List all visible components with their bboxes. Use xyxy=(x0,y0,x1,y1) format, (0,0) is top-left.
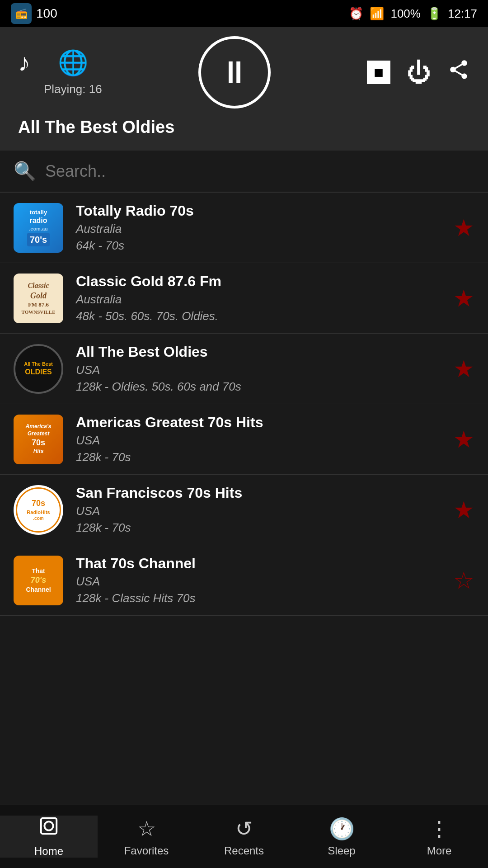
nav-home[interactable]: Home xyxy=(0,816,98,858)
share-icon[interactable] xyxy=(447,58,470,86)
status-number: 100 xyxy=(36,6,57,21)
status-right: ⏰ 📶 100% 🔋 12:17 xyxy=(349,7,477,21)
station-name: All The Best Oldies xyxy=(76,344,444,360)
recents-icon: ↺ xyxy=(235,816,253,841)
favorite-star[interactable]: ★ xyxy=(453,285,474,312)
main-content: ♪ 🌐 Playing: 16 ⏸ ■ ⏻ xyxy=(0,27,488,805)
sleep-icon: 🕐 xyxy=(329,816,355,841)
nav-home-label: Home xyxy=(34,845,63,858)
status-bar: 📻 100 ⏰ 📶 100% 🔋 12:17 xyxy=(0,0,488,27)
station-name: San Franciscos 70s Hits xyxy=(76,485,444,501)
globe-icon[interactable]: 🌐 xyxy=(58,48,88,77)
nav-recents-label: Recents xyxy=(224,844,264,857)
bottom-navigation: Home ☆ Favorites ↺ Recents 🕐 Sleep ⋮ Mor… xyxy=(0,805,488,868)
power-icon[interactable]: ⏻ xyxy=(407,58,431,86)
nav-sleep[interactable]: 🕐 Sleep xyxy=(293,816,390,857)
nav-recents[interactable]: ↺ Recents xyxy=(195,816,293,857)
station-country: USA xyxy=(76,575,444,589)
station-info: Classic Gold 87.6 Fm Australia 48k - 50s… xyxy=(76,273,444,323)
music-info: ♪ xyxy=(18,48,30,76)
nav-favorites-label: Favorites xyxy=(124,844,169,857)
svg-rect-0 xyxy=(41,818,57,834)
favorites-icon: ☆ xyxy=(137,816,156,841)
station-logo: 70s RadioHits .com xyxy=(14,485,63,535)
station-info: That 70s Channel USA 128k - Classic Hits… xyxy=(76,555,444,605)
station-country: USA xyxy=(76,434,444,448)
station-name: Classic Gold 87.6 Fm xyxy=(76,273,444,290)
favorite-star[interactable]: ★ xyxy=(453,355,474,382)
station-info: All The Best Oldies USA 128k - Oldies. 5… xyxy=(76,344,444,394)
nav-more[interactable]: ⋮ More xyxy=(390,816,488,857)
search-input[interactable] xyxy=(45,162,474,181)
favorite-star[interactable]: ★ xyxy=(453,496,474,524)
station-meta: 128k - 70s xyxy=(76,521,444,535)
station-country: Australia xyxy=(76,292,444,307)
station-country: Australia xyxy=(76,222,444,236)
nav-more-label: More xyxy=(427,844,452,857)
app-icon: 📻 xyxy=(11,3,32,24)
player-right-group: ■ ⏻ xyxy=(367,58,470,86)
station-meta: 128k - Oldies. 50s. 60s and 70s xyxy=(76,380,444,394)
station-logo: All The Best OLDIES xyxy=(14,344,63,394)
alarm-icon: ⏰ xyxy=(349,7,363,21)
station-list: totally radio .com.au 70's Totally Radio… xyxy=(0,193,488,805)
status-left: 📻 100 xyxy=(11,3,57,24)
station-name: Totally Radio 70s xyxy=(76,203,444,219)
station-meta: 128k - 70s xyxy=(76,450,444,464)
time-label: 12:17 xyxy=(448,7,477,21)
station-meta: 48k - 50s. 60s. 70s. Oldies. xyxy=(76,309,444,323)
station-logo: America's Greatest 70s Hits xyxy=(14,415,63,464)
station-country: USA xyxy=(76,504,444,518)
playing-label: Playing: 16 xyxy=(44,82,102,96)
music-note-icon: ♪ xyxy=(18,48,30,76)
station-country: USA xyxy=(76,363,444,377)
station-info: Totally Radio 70s Australia 64k - 70s xyxy=(76,203,444,253)
station-logo: Classic Gold FM 87.6 TOWNSVILLE xyxy=(14,274,63,323)
globe-group[interactable]: 🌐 Playing: 16 xyxy=(44,48,102,96)
station-logo: totally radio .com.au 70's xyxy=(14,203,63,253)
stop-icon: ■ xyxy=(374,63,384,82)
favorite-star[interactable]: ★ xyxy=(453,214,474,241)
list-item[interactable]: 70s RadioHits .com San Franciscos 70s Hi… xyxy=(0,475,488,545)
search-icon: 🔍 xyxy=(14,160,36,182)
search-bar[interactable]: 🔍 xyxy=(0,151,488,193)
station-name: Americas Greatest 70s Hits xyxy=(76,414,444,431)
stop-button[interactable]: ■ xyxy=(367,61,390,84)
station-meta: 128k - Classic Hits 70s xyxy=(76,591,444,605)
more-icon: ⋮ xyxy=(429,816,450,841)
svg-point-1 xyxy=(44,821,53,830)
battery-label: 100% xyxy=(390,7,421,21)
favorite-star[interactable]: ★ xyxy=(453,426,474,453)
pause-button[interactable]: ⏸ xyxy=(198,36,271,108)
list-item[interactable]: America's Greatest 70s Hits Americas Gre… xyxy=(0,404,488,475)
nav-favorites[interactable]: ☆ Favorites xyxy=(98,816,195,857)
list-item[interactable]: All The Best OLDIES All The Best Oldies … xyxy=(0,334,488,404)
battery-icon: 🔋 xyxy=(427,7,441,21)
list-item[interactable]: totally radio .com.au 70's Totally Radio… xyxy=(0,193,488,263)
nav-sleep-label: Sleep xyxy=(328,844,355,857)
favorite-star[interactable]: ☆ xyxy=(453,567,474,594)
wifi-icon: 📶 xyxy=(370,7,384,21)
station-logo: That 70's Channel xyxy=(14,556,63,605)
player-header: ♪ 🌐 Playing: 16 ⏸ ■ ⏻ xyxy=(0,27,488,151)
list-item[interactable]: That 70's Channel That 70s Channel USA 1… xyxy=(0,545,488,616)
pause-icon: ⏸ xyxy=(219,54,250,90)
current-station-title: All The Best Oldies xyxy=(18,118,470,137)
player-controls-row: ♪ 🌐 Playing: 16 ⏸ ■ ⏻ xyxy=(18,36,470,108)
player-left-group: ♪ 🌐 Playing: 16 xyxy=(18,48,102,96)
station-info: San Franciscos 70s Hits USA 128k - 70s xyxy=(76,485,444,535)
station-info: Americas Greatest 70s Hits USA 128k - 70… xyxy=(76,414,444,464)
list-item[interactable]: Classic Gold FM 87.6 TOWNSVILLE Classic … xyxy=(0,263,488,334)
station-name: That 70s Channel xyxy=(76,555,444,572)
station-meta: 64k - 70s xyxy=(76,239,444,253)
home-icon xyxy=(38,816,59,841)
